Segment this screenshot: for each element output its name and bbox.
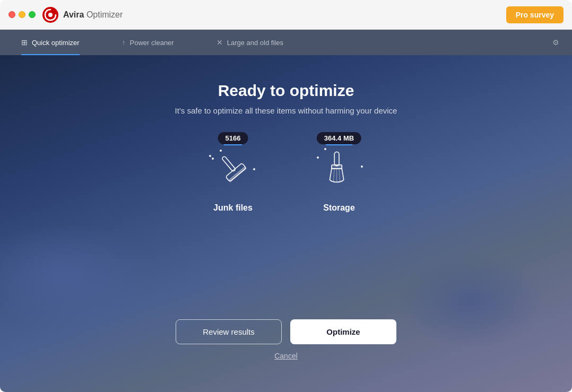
- svg-point-1: [48, 13, 53, 17]
- storage-badge: 364.4 MB: [317, 132, 361, 144]
- nav-item-label: Large and old files: [227, 39, 283, 47]
- svg-rect-6: [332, 165, 342, 169]
- title-bar: Avira Optimizer Pro survey: [0, 0, 572, 30]
- nav-bar: ⊞ Quick optimizer ↑ Power cleaner ✕ Larg…: [0, 30, 572, 55]
- storage-icon-wrapper: 364.4 MB: [313, 142, 366, 195]
- stats-row: 5166: [206, 142, 366, 213]
- svg-rect-3: [226, 163, 246, 181]
- optimize-button[interactable]: Optimize: [290, 319, 396, 344]
- avira-logo-icon: [42, 6, 59, 23]
- content-area: Ready to optimize It's safe to optimize …: [0, 55, 572, 234]
- sparkle-decoration: [361, 165, 363, 168]
- minimize-button[interactable]: [19, 11, 25, 18]
- nav-item-power-cleaner[interactable]: ↑ Power cleaner: [101, 30, 195, 55]
- svg-line-9: [339, 169, 340, 181]
- app-logo: Avira Optimizer: [42, 6, 123, 23]
- junk-files-badge: 5166: [218, 132, 248, 144]
- squeegee-icon: [214, 150, 252, 187]
- large-old-files-icon: ✕: [216, 38, 223, 47]
- nav-item-label: Power cleaner: [130, 39, 174, 47]
- sparkle-decoration: [209, 155, 211, 157]
- review-results-button[interactable]: Review results: [176, 319, 282, 344]
- sparkle-decoration: [317, 156, 319, 159]
- sparkle-decoration: [253, 168, 255, 170]
- junk-files-label: Junk files: [213, 203, 253, 213]
- sparkle-decoration: [324, 148, 326, 150]
- nav-item-large-old-files[interactable]: ✕ Large and old files: [195, 30, 305, 55]
- nav-item-settings[interactable]: ⚙: [540, 30, 572, 55]
- main-content: Ready to optimize It's safe to optimize …: [0, 55, 572, 392]
- nav-item-label: Quick optimizer: [32, 39, 80, 47]
- sparkle-decoration: [212, 158, 214, 160]
- buttons-area: Review results Optimize Cancel: [176, 319, 396, 360]
- sparkle-decoration: [220, 150, 222, 152]
- app-name: Avira Optimizer: [63, 10, 123, 20]
- stat-card-junk-files: 5166: [206, 142, 259, 213]
- buttons-row: Review results Optimize: [176, 319, 396, 344]
- svg-rect-4: [229, 167, 247, 182]
- nav-item-quick-optimizer[interactable]: ⊞ Quick optimizer: [0, 30, 101, 55]
- brush-icon: [320, 150, 358, 187]
- page-subtitle: It's safe to optimize all these items wi…: [175, 106, 397, 115]
- page-title: Ready to optimize: [218, 82, 354, 100]
- cancel-button[interactable]: Cancel: [274, 352, 298, 360]
- pro-survey-button[interactable]: Pro survey: [506, 6, 564, 23]
- settings-icon: ⚙: [552, 38, 559, 47]
- maximize-button[interactable]: [29, 11, 36, 18]
- title-bar-left: Avira Optimizer: [8, 6, 123, 23]
- close-button[interactable]: [8, 11, 15, 18]
- quick-optimizer-icon: ⊞: [21, 38, 28, 47]
- svg-rect-5: [334, 152, 339, 165]
- svg-line-7: [334, 169, 335, 181]
- traffic-lights: [8, 11, 36, 18]
- stat-card-storage: 364.4 MB: [313, 142, 366, 213]
- power-cleaner-icon: ↑: [122, 38, 126, 47]
- storage-label: Storage: [323, 203, 355, 213]
- junk-files-icon-wrapper: 5166: [206, 142, 259, 195]
